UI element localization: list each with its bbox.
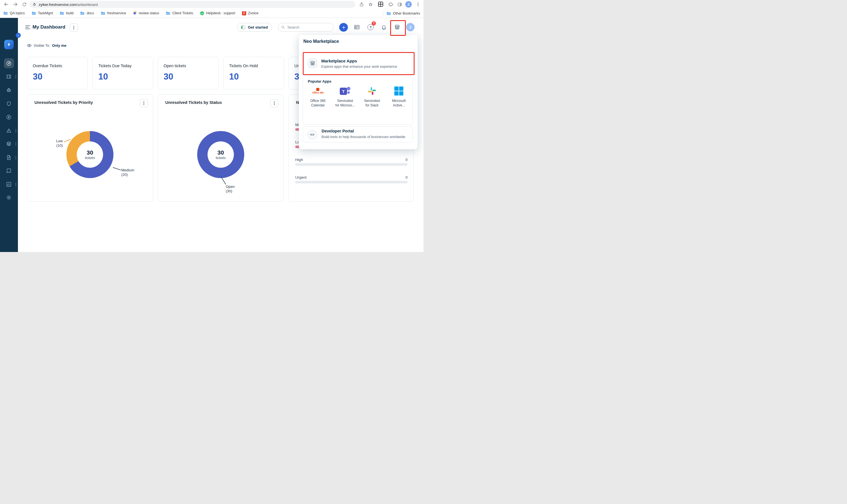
url-path: /a/dashboard xyxy=(76,2,98,7)
browser-toolbar: zylker.freshservice.com/a/dashboard Z xyxy=(0,0,423,9)
bookmark-zvoice[interactable]: Z Zvoice xyxy=(242,11,259,15)
ticket-icon xyxy=(6,74,12,79)
visibility-row: Visible To: Only me xyxy=(27,43,66,48)
bookmark-helpdesk-support[interactable]: Helpdesk : support xyxy=(200,11,235,15)
sidebar-item-knowledge-base[interactable] xyxy=(6,168,12,174)
sidebar-item-changes[interactable] xyxy=(6,101,12,107)
share-icon[interactable] xyxy=(358,1,365,7)
bookmark-docs[interactable]: docs xyxy=(80,11,94,15)
folder-icon xyxy=(60,11,64,15)
alerts-kebab-dots[interactable] xyxy=(15,129,16,130)
back-icon[interactable] xyxy=(3,1,9,7)
app-servicebot-teams[interactable]: T Servicebotfor Microso... xyxy=(332,85,358,122)
plus-icon xyxy=(341,25,346,30)
new-item-button[interactable] xyxy=(339,23,348,32)
dashboard-icon xyxy=(6,60,12,66)
stat-card-on-hold[interactable]: Tickets On Hold 10 xyxy=(223,57,284,89)
sidepanel-icon[interactable] xyxy=(396,1,403,7)
page-title: My Dashboard xyxy=(33,24,65,30)
status-donut-chart[interactable]: 30 tickets xyxy=(197,131,244,178)
forward-icon[interactable] xyxy=(12,1,18,7)
bookmark-client-tickets[interactable]: Client Tickets xyxy=(166,11,193,15)
folder-icon xyxy=(166,11,170,15)
sidebar-item-assets[interactable] xyxy=(6,141,12,147)
donut-center: 30 tickets xyxy=(208,141,234,168)
microsoft-windows-icon xyxy=(386,85,412,97)
app-sidebar xyxy=(0,18,18,252)
extensions-puzzle-icon[interactable] xyxy=(388,1,393,7)
freshservice-logo[interactable] xyxy=(4,40,14,49)
bar-urgent xyxy=(295,181,408,183)
app-office365-calendar[interactable]: Office 365 Office 365Calendar xyxy=(305,85,331,122)
ms-teams-icon: T xyxy=(332,85,358,97)
bookmark-build[interactable]: build xyxy=(60,11,73,15)
dashboard-options-kebab-button[interactable] xyxy=(70,23,78,32)
helpdesk-icon xyxy=(200,11,204,15)
widget-kebab-button[interactable] xyxy=(270,99,278,107)
bookmark-qa-topics[interactable]: QA topics xyxy=(3,11,25,15)
marketplace-icon[interactable] xyxy=(394,24,400,30)
sidebar-item-dashboard[interactable] xyxy=(6,60,12,66)
shield-icon xyxy=(6,101,12,107)
reload-icon[interactable] xyxy=(21,1,27,7)
get-started-button[interactable]: Get started xyxy=(237,23,272,32)
sidebar-item-solutions[interactable] xyxy=(6,155,12,160)
tickets-kebab-dots[interactable] xyxy=(15,75,16,76)
widget-title: N xyxy=(296,100,299,105)
solutions-kebab-dots[interactable] xyxy=(15,156,16,157)
stat-card-open[interactable]: Open tickets 30 xyxy=(158,57,218,89)
address-bar[interactable]: zylker.freshservice.com/a/dashboard xyxy=(29,1,355,8)
layers-icon xyxy=(6,141,12,147)
review-status-icon xyxy=(133,11,137,15)
sidebar-item-analytics[interactable] xyxy=(6,181,12,187)
user-avatar[interactable]: Z xyxy=(406,23,414,31)
widget-kebab-button[interactable] xyxy=(140,99,148,107)
url-domain: zylker.freshservice.com xyxy=(39,2,76,7)
stat-card-overdue[interactable]: Overdue Tickets 30 xyxy=(27,57,88,89)
notifications-bell-icon[interactable] xyxy=(381,24,387,30)
browser-menu-icon[interactable] xyxy=(415,1,421,7)
sidebar-item-releases[interactable] xyxy=(6,114,12,120)
bookmark-star-icon[interactable] xyxy=(368,1,373,7)
app-servicebot-slack[interactable]: Servicebotfor Slack xyxy=(359,85,385,122)
contacts-card-icon[interactable] xyxy=(354,24,360,30)
warning-triangle-icon xyxy=(6,128,12,133)
bookmark-review-status[interactable]: review status xyxy=(133,11,159,15)
progress-ring-icon xyxy=(241,25,246,30)
popular-apps-heading: Popular Apps xyxy=(308,79,331,84)
other-bookmarks[interactable]: Other Bookmarks xyxy=(387,12,420,15)
bar-chart-icon xyxy=(6,181,12,187)
screen: zylker.freshservice.com/a/dashboard Z QA… xyxy=(0,0,423,252)
callout-open: Open (30) xyxy=(226,184,248,194)
office365-icon: Office 365 xyxy=(305,85,331,97)
bookmarks-bar: QA topics TaskMgnt build docs freshservi… xyxy=(0,9,423,18)
browser-profile-avatar[interactable]: Z xyxy=(405,1,412,7)
priority-donut-chart[interactable]: 30 tickets xyxy=(66,131,113,178)
stat-card-due-today[interactable]: Tickets Due Today 10 xyxy=(92,57,153,89)
help-notification-badge: 7 xyxy=(372,21,376,25)
screenshot-extension-icon[interactable] xyxy=(378,2,383,7)
analytics-kebab-dots[interactable] xyxy=(15,183,16,184)
sidebar-item-alerts[interactable] xyxy=(6,128,12,133)
neo-marketplace-panel: Neo Marketplace Marketplace Apps Explore… xyxy=(299,35,418,149)
folder-icon xyxy=(32,11,36,15)
app-microsoft-active-directory[interactable]: MicrosoftActive... xyxy=(386,85,412,122)
assets-kebab-dots[interactable] xyxy=(15,142,16,143)
sidebar-item-tickets[interactable] xyxy=(6,74,12,79)
bookmark-freshservice[interactable]: freshservice xyxy=(101,11,126,15)
visibility-value[interactable]: Only me xyxy=(52,43,66,48)
sidebar-expand-button[interactable]: › xyxy=(16,33,21,38)
search-bar[interactable] xyxy=(278,23,334,32)
developer-portal-item[interactable]: <> Developer Portal Build tools to help … xyxy=(303,126,413,143)
folder-icon xyxy=(3,11,8,15)
lock-icon xyxy=(33,2,36,6)
folder-icon xyxy=(101,11,105,15)
dashboard-menu-icon[interactable] xyxy=(25,25,30,30)
bookmark-taskmgnt[interactable]: TaskMgnt xyxy=(32,11,53,15)
slack-icon xyxy=(359,85,385,97)
sidebar-item-problems[interactable] xyxy=(6,87,12,93)
search-input[interactable] xyxy=(287,25,327,30)
sidebar-item-settings[interactable] xyxy=(6,195,12,200)
marketplace-apps-icon xyxy=(307,58,318,68)
callout-low: Low (10) xyxy=(42,139,63,148)
